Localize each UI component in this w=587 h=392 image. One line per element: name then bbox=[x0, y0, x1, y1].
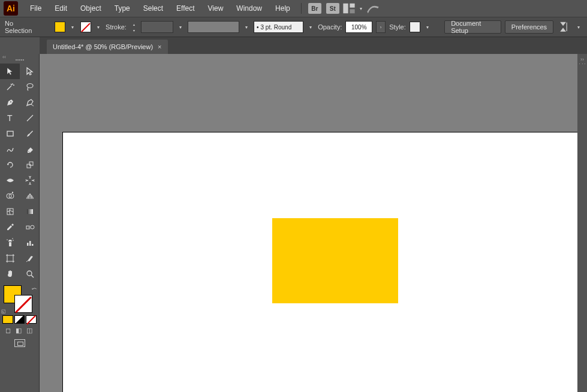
mesh-tool[interactable] bbox=[0, 204, 20, 219]
menu-file[interactable]: File bbox=[24, 2, 47, 15]
pen-tool[interactable] bbox=[0, 95, 20, 110]
draw-inside-icon[interactable]: ◫ bbox=[25, 326, 34, 334]
stroke-weight-input[interactable] bbox=[141, 21, 173, 33]
lasso-tool[interactable] bbox=[20, 79, 40, 95]
menu-edit[interactable]: Edit bbox=[49, 2, 73, 15]
menu-type[interactable]: Type bbox=[109, 2, 136, 15]
svg-point-16 bbox=[31, 225, 34, 229]
svg-text:T: T bbox=[7, 113, 13, 123]
menu-select[interactable]: Select bbox=[137, 2, 169, 15]
brush-definition-dropdown[interactable]: ▾ bbox=[307, 22, 314, 32]
app-logo-icon: Ai bbox=[4, 1, 18, 16]
document-setup-button[interactable]: Document Setup bbox=[444, 20, 501, 34]
svg-rect-10 bbox=[29, 162, 33, 165]
svg-point-3 bbox=[12, 85, 13, 85]
right-panel-collapsed[interactable]: ›› bbox=[577, 54, 587, 392]
rectangle-tool[interactable] bbox=[0, 126, 20, 141]
gpu-preview-icon[interactable] bbox=[366, 2, 380, 14]
brush-definition-select[interactable]: • 3 pt. Round bbox=[254, 21, 303, 33]
type-tool[interactable]: T bbox=[0, 110, 20, 126]
svg-line-7 bbox=[27, 115, 33, 121]
graphic-style-swatch[interactable] bbox=[410, 22, 420, 32]
stroke-weight-dropdown[interactable]: ▾ bbox=[177, 22, 184, 32]
symbol-sprayer-tool[interactable] bbox=[0, 235, 20, 251]
color-mode-solid[interactable] bbox=[2, 315, 13, 324]
curvature-tool[interactable] bbox=[20, 95, 40, 110]
draw-behind-icon[interactable]: ◧ bbox=[14, 326, 23, 334]
preferences-button[interactable]: Preferences bbox=[505, 20, 553, 34]
artboard-tool[interactable] bbox=[0, 251, 20, 266]
menu-bar: Ai File Edit Object Type Select Effect V… bbox=[0, 0, 587, 17]
eraser-tool[interactable] bbox=[20, 141, 40, 157]
variable-width-profile[interactable] bbox=[188, 21, 239, 33]
hand-tool[interactable] bbox=[0, 266, 20, 282]
rectangle-shape[interactable] bbox=[272, 218, 398, 303]
direct-selection-tool[interactable] bbox=[20, 64, 40, 79]
menu-view[interactable]: View bbox=[202, 2, 230, 15]
align-panel-dropdown[interactable]: ▾ bbox=[575, 22, 582, 32]
free-transform-tool[interactable] bbox=[20, 173, 40, 188]
svg-point-4 bbox=[27, 84, 33, 88]
variable-width-dropdown[interactable]: ▾ bbox=[243, 22, 250, 32]
tab-untitled-4[interactable]: Untitled-4* @ 50% (RGB/Preview) × bbox=[47, 40, 168, 54]
right-panel-expand-icon[interactable]: ›› bbox=[580, 56, 584, 62]
canvas-area[interactable] bbox=[40, 54, 587, 392]
svg-point-19 bbox=[7, 239, 8, 240]
paintbrush-tool[interactable] bbox=[20, 126, 40, 141]
stroke-color-box[interactable] bbox=[14, 295, 32, 313]
slice-tool[interactable] bbox=[20, 251, 40, 266]
width-tool[interactable] bbox=[0, 173, 20, 188]
perspective-grid-tool[interactable] bbox=[20, 188, 40, 204]
arrange-documents-dropdown[interactable]: ▾ bbox=[357, 3, 365, 14]
opacity-flyout[interactable]: › bbox=[376, 21, 386, 33]
line-segment-tool[interactable] bbox=[20, 110, 40, 126]
menu-help[interactable]: Help bbox=[269, 2, 296, 15]
selection-tool[interactable] bbox=[0, 64, 20, 79]
column-graph-tool[interactable] bbox=[20, 235, 40, 251]
control-bar: No Selection ▾ ▾ Stroke: ▴▾ ▾ ▾ • 3 pt. … bbox=[0, 17, 587, 37]
swap-fill-stroke-icon[interactable]: ⤺ bbox=[32, 285, 37, 292]
stock-icon[interactable]: St bbox=[326, 3, 339, 14]
document-tab-bar: Untitled-4* @ 50% (RGB/Preview) × bbox=[40, 37, 587, 54]
fill-swatch-dropdown[interactable]: ▾ bbox=[69, 22, 76, 32]
menu-object[interactable]: Object bbox=[74, 2, 107, 15]
align-panel-icon[interactable] bbox=[559, 21, 571, 33]
menu-window[interactable]: Window bbox=[230, 2, 268, 15]
shape-builder-tool[interactable] bbox=[0, 188, 20, 204]
draw-normal-icon[interactable]: ◻ bbox=[4, 326, 12, 334]
fill-swatch[interactable] bbox=[55, 22, 65, 32]
zoom-tool[interactable] bbox=[20, 266, 40, 282]
eyedropper-tool[interactable] bbox=[0, 219, 20, 235]
bridge-icon[interactable]: Br bbox=[308, 3, 321, 14]
screen-mode-button[interactable] bbox=[0, 336, 39, 351]
stroke-weight-stepper[interactable]: ▴▾ bbox=[130, 21, 137, 33]
default-fill-stroke-icon[interactable]: ◱ bbox=[1, 309, 6, 314]
color-mode-row bbox=[0, 314, 39, 325]
blend-tool[interactable] bbox=[20, 219, 40, 235]
fill-stroke-indicator[interactable]: ⤺ ◱ bbox=[0, 284, 39, 314]
stroke-weight-label: Stroke: bbox=[106, 23, 127, 31]
stroke-swatch[interactable] bbox=[80, 22, 91, 32]
svg-rect-13 bbox=[7, 209, 13, 215]
svg-rect-2 bbox=[350, 9, 354, 13]
gradient-tool[interactable] bbox=[20, 204, 40, 219]
selection-state-label: No Selection bbox=[5, 20, 38, 34]
svg-line-27 bbox=[31, 275, 34, 278]
svg-rect-23 bbox=[29, 241, 31, 246]
arrange-documents-icon[interactable] bbox=[342, 2, 356, 14]
workspace: ›› bbox=[40, 54, 587, 392]
menu-effect[interactable]: Effect bbox=[170, 2, 200, 15]
rotate-tool[interactable] bbox=[0, 157, 20, 173]
color-mode-none[interactable] bbox=[26, 315, 37, 324]
scale-tool[interactable] bbox=[20, 157, 40, 173]
tools-panel-collapse-icon[interactable]: ‹‹ bbox=[2, 54, 6, 60]
graphic-style-dropdown[interactable]: ▾ bbox=[424, 22, 431, 32]
opacity-input[interactable]: 100% bbox=[345, 21, 372, 33]
tab-close-icon[interactable]: × bbox=[158, 43, 161, 50]
svg-rect-14 bbox=[27, 209, 33, 214]
stroke-swatch-dropdown[interactable]: ▾ bbox=[95, 22, 102, 32]
magic-wand-tool[interactable] bbox=[0, 79, 20, 95]
menu-divider bbox=[301, 3, 302, 14]
color-mode-gradient[interactable] bbox=[14, 315, 25, 324]
shaper-tool[interactable] bbox=[0, 141, 20, 157]
